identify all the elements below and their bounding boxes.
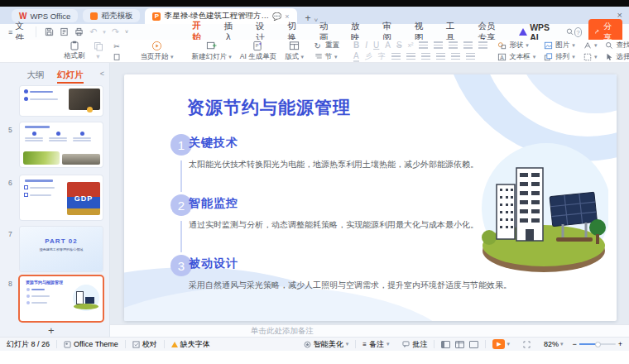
reading-view-icon[interactable] (469, 341, 478, 348)
search-icon[interactable] (566, 27, 574, 36)
item-heading[interactable]: 智能监控 (189, 196, 238, 211)
notes-bar[interactable]: 单击此处添加备注 (110, 324, 629, 337)
char-effect-button[interactable]: 字 (378, 51, 386, 62)
wordart-button[interactable]: ▾ (583, 41, 598, 50)
font-color-a-button[interactable]: A (385, 41, 391, 50)
window-top-strip (0, 0, 629, 7)
slide-thumbnail-7[interactable]: PART 02 绿色建筑工程管理的核心领域 (20, 227, 103, 271)
save-icon[interactable] (45, 27, 54, 36)
undo-icon[interactable]: ↶ (89, 26, 97, 37)
placeholder-insert-button[interactable]: ▾ (583, 53, 598, 61)
ai-generate-page-button[interactable]: P AI 生成单页 (236, 41, 281, 62)
underline-button[interactable]: U (373, 41, 379, 50)
shapes-button[interactable]: 形状▾ (497, 41, 535, 50)
bold-button[interactable]: B (353, 41, 359, 50)
align-left-icon[interactable] (391, 53, 401, 60)
wps-presentation-window: W WPS Office 稻壳模板 P 李星禄-绿色建筑工程管理方… 💬 × +… (0, 0, 629, 364)
shapes-icon (497, 41, 507, 50)
comment-button[interactable]: 批注 (396, 339, 434, 350)
play-options-chevron-icon[interactable]: ▾ (507, 341, 510, 347)
wps-ai-button[interactable]: WPS AI (519, 22, 555, 42)
new-slide-button[interactable]: 新建幻灯片 ▾ (187, 41, 235, 62)
notes-toggle-button[interactable]: ≡ 备注▾ (356, 339, 396, 350)
beautify-button[interactable]: 智能美化▾ (297, 339, 356, 350)
indent-increase-icon[interactable] (463, 41, 473, 49)
ribbon-toolbar: 格式刷 ▾ ✂ 当页开始 ▾ 新建幻灯片 ▾ P AI 生成单页 版式 ▾ (0, 40, 629, 63)
slide-thumbnail-partial[interactable] (20, 86, 103, 116)
superscript-button[interactable]: x² (408, 41, 414, 49)
text-color-button[interactable]: A (353, 51, 359, 62)
slide-number: 8 (8, 280, 12, 288)
layout-button[interactable]: 版式 ▾ (281, 41, 308, 62)
slides-tab[interactable]: 幻灯片 (57, 69, 84, 84)
item-body[interactable]: 采用自然通风与采光策略，减少人工照明与空调需求，提升室内环境舒适度与节能效果。 (189, 280, 511, 291)
find-label: 查找 (616, 41, 629, 50)
file-menu-button[interactable]: ≡ 文件 (0, 26, 36, 37)
cut-button[interactable]: ✂ (108, 41, 127, 62)
theme-button[interactable]: Office Theme (57, 340, 125, 348)
play-slideshow-button[interactable]: ▶ (492, 339, 505, 349)
item-heading[interactable]: 被动设计 (189, 256, 238, 271)
quickbar-more-chevron-icon[interactable]: ˅ (125, 29, 128, 35)
add-slide-button[interactable]: + (48, 324, 55, 337)
reset-button[interactable]: ↻ 重置 (312, 41, 339, 51)
justify-icon[interactable] (436, 53, 445, 60)
undo-chevron-icon[interactable]: ▾ (103, 29, 106, 36)
copy-button[interactable]: ▾ (89, 41, 108, 62)
align-center-icon[interactable] (406, 53, 415, 60)
gdp-text: GDP (74, 194, 94, 203)
thumb-gdp-image: GDP (67, 182, 100, 215)
slide-editor[interactable]: 资源节约与能源管理 1 关键技术 太阳能光伏技术转换阳光为电能，地源热泵利用土壤… (124, 74, 617, 321)
numbered-list-icon[interactable] (434, 41, 443, 49)
zoom-slider-knob[interactable] (595, 342, 601, 347)
redo-icon[interactable]: ↷ (112, 26, 119, 37)
outline-tab[interactable]: 大纲 (26, 69, 44, 84)
proofing-button[interactable]: 校对 (126, 339, 164, 350)
slide-thumbnail-6[interactable]: GDP (20, 175, 103, 220)
section-button[interactable]: 节 ▾ (314, 52, 338, 62)
item-body[interactable]: 通过实时监测与分析，动态调整能耗策略，实现能源利用最大化与成本最小化。 (189, 219, 478, 231)
slide-sorter-view-icon[interactable] (455, 341, 464, 348)
slide-title[interactable]: 资源节约与能源管理 (187, 96, 351, 119)
slide-thumbnail-5[interactable] (20, 122, 103, 167)
picture-button[interactable]: 图片▾ (544, 41, 575, 50)
panel-collapse-icon[interactable]: < (100, 69, 104, 78)
align-right-icon[interactable] (421, 53, 430, 60)
strikethrough-button[interactable]: S (396, 41, 402, 50)
indent-decrease-icon[interactable] (449, 41, 458, 49)
columns-icon[interactable] (451, 53, 460, 60)
section-label: 节 (325, 52, 333, 62)
beautify-icon (304, 341, 311, 348)
font-row-1: B I U A S x² (353, 41, 487, 50)
normal-view-icon[interactable] (441, 341, 450, 348)
textbox-button[interactable]: A 文本框▾ (497, 52, 535, 62)
export-icon[interactable] (60, 27, 69, 36)
find-button[interactable]: 查找▾ (605, 41, 629, 50)
zoom-slider[interactable] (579, 343, 616, 345)
slide-thumbnail-8-selected[interactable]: 资源节约与能源管理 (20, 276, 103, 321)
help-icon[interactable]: ? (574, 27, 583, 37)
line-spacing-icon[interactable] (478, 41, 487, 49)
select-button[interactable]: 选择▾ (605, 52, 629, 62)
italic-button[interactable]: I (365, 41, 367, 50)
zoom-in-button[interactable]: + (616, 340, 629, 348)
highlight-button[interactable]: 彡 (365, 51, 372, 62)
missing-font-warning[interactable]: 缺失字体 (165, 339, 217, 350)
text-direction-icon[interactable] (466, 53, 475, 60)
svg-text:A: A (501, 54, 505, 60)
tab-docer-templates[interactable]: 稻壳模板 (83, 9, 140, 22)
thumb-title-bar (25, 126, 50, 128)
notes-icon: ≡ (363, 341, 367, 348)
zoom-out-button[interactable]: − (569, 340, 579, 348)
bullet-list-icon[interactable] (419, 41, 428, 49)
item-heading[interactable]: 关键技术 (189, 136, 238, 151)
arrange-button[interactable]: 排列▾ (544, 52, 575, 62)
zoom-level[interactable]: 82%▾ (537, 340, 570, 348)
play-from-current-button[interactable]: 当页开始 ▾ (137, 41, 178, 62)
slide-canvas: 资源节约与能源管理 1 关键技术 太阳能光伏技术转换阳光为电能，地源热泵利用土壤… (110, 63, 629, 324)
item-body[interactable]: 太阳能光伏技术转换阳光为电能，地源热泵利用土壤热能，减少外部能源依赖。 (189, 159, 478, 170)
format-painter-button[interactable]: 格式刷 (60, 41, 89, 62)
ppt-file-icon: P (152, 12, 161, 21)
print-icon[interactable] (74, 27, 84, 36)
fit-to-window-button[interactable] (516, 341, 537, 348)
